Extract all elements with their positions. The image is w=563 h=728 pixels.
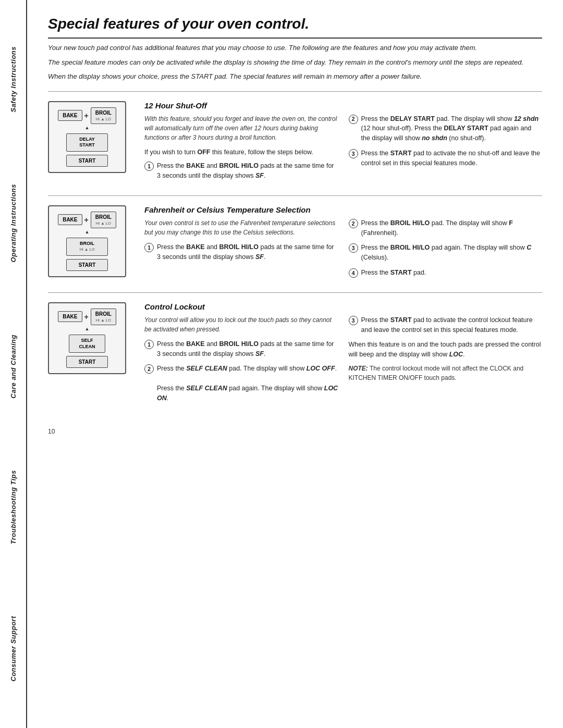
lockout-title: Control Lockout — [144, 302, 542, 311]
main-content: Special features of your oven control. Y… — [27, 0, 563, 728]
temp-step-text-1: Press the BAKE and BROIL HI/LO pads at t… — [157, 242, 338, 262]
arrow-up-1: ▲ — [54, 125, 120, 130]
plus-sign-3: + — [84, 313, 89, 321]
temp-step-2: 2 Press the BROIL HI/LO pad. The display… — [349, 218, 543, 238]
shutoff-title: 12 Hour Shut-Off — [144, 101, 542, 110]
sidebar-item-safety[interactable]: Safety Instructions — [7, 42, 19, 117]
lockout-step-3: 3 Press the START pad to activate the co… — [349, 315, 543, 335]
step-text-3: Press the START pad to activate the no s… — [361, 149, 543, 168]
step-text-2: Press the DELAY START pad. The display w… — [361, 114, 543, 143]
bake-button-3[interactable]: BAKE — [58, 311, 82, 322]
page-number: 10 — [48, 428, 542, 435]
sidebar-item-care[interactable]: Care and Cleaning — [7, 330, 19, 403]
arrow-up-3: ▲ — [54, 326, 120, 331]
lockout-steps: Your control will allow you to lock out … — [144, 315, 542, 409]
diagram-lockout: BAKE + BROILHI ▲ LO ▲ SELFCLEAN START — [48, 302, 134, 409]
temp-intro: Your oven control is set to use the Fahr… — [144, 218, 338, 237]
sidebar: Safety Instructions Operating Instructio… — [0, 0, 27, 728]
feature-section-shutoff: BAKE + BROILHI ▲ LO ▲ DELAYSTART START 1… — [48, 91, 542, 195]
lockout-steps-left: Your control will allow you to lock out … — [144, 315, 338, 409]
content-lockout: Control Lockout Your control will allow … — [144, 302, 542, 409]
start-button-3[interactable]: START — [66, 356, 108, 368]
bake-button-2[interactable]: BAKE — [58, 214, 82, 225]
lockout-step-text-2: Press the SELF CLEAN pad. The display wi… — [157, 364, 338, 403]
lockout-step-num-1: 1 — [144, 340, 154, 349]
bake-button-1[interactable]: BAKE — [58, 110, 82, 121]
start-button-2[interactable]: START — [66, 259, 108, 271]
plus-sign-1: + — [84, 112, 89, 120]
step-num-3: 3 — [349, 149, 358, 158]
temp-step-3: 3 Press the BROIL HI/LO pad again. The d… — [349, 243, 543, 263]
shutoff-steps: With this feature, should you forget and… — [144, 114, 542, 186]
lockout-steps-right: 3 Press the START pad to activate the co… — [349, 315, 543, 409]
page-title: Special features of your oven control. — [48, 16, 542, 39]
temp-steps-right: 2 Press the BROIL HI/LO pad. The display… — [349, 218, 543, 283]
step-num-2: 2 — [349, 115, 358, 124]
lockout-step-num-3: 3 — [349, 316, 358, 325]
intro-para-1: Your new touch pad control has additiona… — [48, 43, 542, 53]
diagram-shutoff: BAKE + BROILHI ▲ LO ▲ DELAYSTART START — [48, 101, 134, 186]
arrow-up-2: ▲ — [54, 229, 120, 235]
lockout-step-num-2: 2 — [144, 364, 154, 374]
temp-step-text-4: Press the START pad. — [361, 268, 543, 278]
temp-steps: Your oven control is set to use the Fahr… — [144, 218, 542, 283]
step-text-1: Press the BAKE and BROIL HI/LO pads at t… — [157, 161, 338, 181]
step-num-1: 1 — [144, 162, 154, 171]
feature-section-lockout: BAKE + BROILHI ▲ LO ▲ SELFCLEAN START Co… — [48, 292, 542, 418]
feature-section-temp: BAKE + BROILHI ▲ LO ▲ BROILHI ▲ LO START… — [48, 195, 542, 292]
sidebar-item-consumer[interactable]: Consumer Support — [7, 612, 19, 686]
broil-button-2[interactable]: BROILHI ▲ LO — [91, 212, 116, 228]
plus-sign-2: + — [84, 216, 89, 224]
shutoff-intro: With this feature, should you forget and… — [144, 114, 338, 142]
self-clean-button[interactable]: SELFCLEAN — [69, 335, 105, 353]
broil-lo-button[interactable]: BROILHI ▲ LO — [66, 238, 108, 256]
content-shutoff: 12 Hour Shut-Off With this feature, shou… — [144, 101, 542, 186]
shutoff-step-3: 3 Press the START pad to activate the no… — [349, 149, 543, 168]
start-button-1[interactable]: START — [66, 155, 108, 167]
temp-step-num-3: 3 — [349, 243, 358, 253]
shutoff-steps-right: 2 Press the DELAY START pad. The display… — [349, 114, 543, 186]
lockout-step-text-3: Press the START pad to activate the cont… — [361, 315, 543, 335]
temp-step-num-2: 2 — [349, 219, 358, 228]
temp-step-text-2: Press the BROIL HI/LO pad. The display w… — [361, 218, 543, 238]
shutoff-step-2: 2 Press the DELAY START pad. The display… — [349, 114, 543, 143]
broil-button-3[interactable]: BROILHI ▲ LO — [91, 309, 116, 325]
lockout-step-text-1: Press the BAKE and BROIL HI/LO pads at t… — [157, 339, 338, 359]
temp-title: Fahrenheit or Celsius Temperature Select… — [144, 205, 542, 214]
lockout-when-on-text: When this feature is on and the touch pa… — [349, 340, 543, 360]
sidebar-item-troubleshooting[interactable]: Troubleshooting Tips — [7, 466, 19, 548]
temp-step-num-1: 1 — [144, 243, 154, 252]
content-temp: Fahrenheit or Celsius Temperature Select… — [144, 205, 542, 283]
broil-button-1[interactable]: BROILHI ▲ LO — [91, 107, 116, 124]
lockout-step-2: 2 Press the SELF CLEAN pad. The display … — [144, 364, 338, 403]
temp-step-1: 1 Press the BAKE and BROIL HI/LO pads at… — [144, 242, 338, 262]
delay-start-button[interactable]: DELAYSTART — [66, 133, 108, 152]
lockout-intro: Your control will allow you to lock out … — [144, 315, 338, 334]
intro-section: Your new touch pad control has additiona… — [48, 43, 542, 82]
intro-para-3: When the display shows your choice, pres… — [48, 71, 542, 82]
diagram-temp: BAKE + BROILHI ▲ LO ▲ BROILHI ▲ LO START — [48, 205, 134, 283]
temp-step-num-4: 4 — [349, 268, 358, 278]
lockout-step-1: 1 Press the BAKE and BROIL HI/LO pads at… — [144, 339, 338, 359]
temp-step-text-3: Press the BROIL HI/LO pad again. The dis… — [361, 243, 543, 263]
shutoff-turnoff-text: If you wish to turn OFF this feature, fo… — [144, 147, 338, 157]
temp-steps-left: Your oven control is set to use the Fahr… — [144, 218, 338, 283]
sidebar-item-operating[interactable]: Operating Instructions — [7, 180, 19, 266]
temp-step-4: 4 Press the START pad. — [349, 268, 543, 278]
shutoff-steps-left: With this feature, should you forget and… — [144, 114, 338, 186]
shutoff-step-1: 1 Press the BAKE and BROIL HI/LO pads at… — [144, 161, 338, 181]
intro-para-2: The special feature modes can only be ac… — [48, 57, 542, 68]
lockout-note: NOTE: The control lockout mode will not … — [349, 364, 543, 382]
